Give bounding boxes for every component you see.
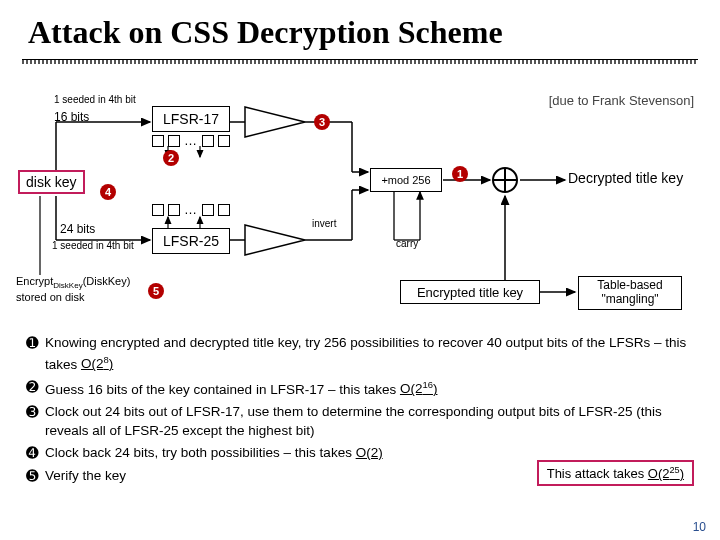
bits24-label: 24 bits xyxy=(60,222,95,236)
seed-top-label: 1 seeded in 4th bit xyxy=(54,94,136,105)
mangling-l2: "mangling" xyxy=(601,293,658,307)
note-3: ➌ Clock out 24 bits out of LFSR-17, use … xyxy=(26,403,694,440)
svg-marker-10 xyxy=(245,107,305,137)
seed-bot-label: 1 seeded in 4th bit xyxy=(52,240,134,251)
reg-box xyxy=(218,204,230,216)
mangling-box: Table-based "mangling" xyxy=(578,276,682,310)
bullet-5: ➎ xyxy=(26,467,39,485)
add-mod-box: +mod 256 xyxy=(370,168,442,192)
note-3-text: Clock out 24 bits out of LFSR-17, use th… xyxy=(45,403,694,440)
disk-key-box: disk key xyxy=(18,170,85,194)
stored-line1: EncryptDiskKey(DiskKey) xyxy=(16,275,130,287)
invert-label: invert xyxy=(312,218,336,229)
dots: … xyxy=(184,133,197,148)
lfsr17-block: LFSR-17 xyxy=(152,106,230,132)
attack-cost-box: This attack takes O(225) xyxy=(537,460,694,486)
note-2-text: Guess 16 bits of the key contained in LF… xyxy=(45,381,400,396)
diagram: 1 seeded in 4th bit 16 bits LFSR-17 … 3 … xyxy=(0,80,720,310)
dots: … xyxy=(184,202,197,217)
marker-5: 5 xyxy=(148,283,164,299)
decrypted-label: Decrypted title key xyxy=(568,170,683,186)
stored-label: EncryptDiskKey(DiskKey) stored on disk xyxy=(16,275,130,305)
reg-box xyxy=(168,204,180,216)
bullet-3: ➌ xyxy=(26,403,39,421)
note-4-text: Clock back 24 bits, try both possibiliti… xyxy=(45,445,356,460)
marker-2: 2 xyxy=(163,150,179,166)
bullet-2: ➋ xyxy=(26,378,39,396)
reg-box xyxy=(218,135,230,147)
svg-marker-11 xyxy=(245,225,305,255)
note-4-cost: O(2) xyxy=(356,445,383,460)
xor-node xyxy=(492,167,518,193)
bits16-label: 16 bits xyxy=(54,110,89,124)
reg-box xyxy=(202,135,214,147)
mangling-l1: Table-based xyxy=(597,279,662,293)
reg-box xyxy=(202,204,214,216)
note-1-cost: O(28) xyxy=(81,356,113,371)
bullet-4: ➍ xyxy=(26,444,39,462)
lfsr25-block: LFSR-25 xyxy=(152,228,230,254)
bullet-1: ➊ xyxy=(26,334,39,352)
note-2-cost: O(216) xyxy=(400,381,438,396)
reg-box xyxy=(152,204,164,216)
note-5-text: Verify the key xyxy=(45,467,126,486)
page-title: Attack on CSS Decryption Scheme xyxy=(0,0,720,57)
reg-box xyxy=(152,135,164,147)
marker-3: 3 xyxy=(314,114,330,130)
note-1: ➊ Knowing encrypted and decrypted title … xyxy=(26,334,694,374)
carry-label: carry xyxy=(396,238,418,249)
marker-1: 1 xyxy=(452,166,468,182)
title-rule xyxy=(22,59,698,64)
stored-line2: stored on disk xyxy=(16,291,84,303)
page-number: 10 xyxy=(693,520,706,534)
reg-box xyxy=(168,135,180,147)
note-1-text: Knowing encrypted and decrypted title ke… xyxy=(45,335,686,371)
add-mod-label: +mod 256 xyxy=(381,174,430,186)
marker-4: 4 xyxy=(100,184,116,200)
note-2: ➋ Guess 16 bits of the key contained in … xyxy=(26,378,694,399)
encrypted-title-box: Encrypted title key xyxy=(400,280,540,304)
